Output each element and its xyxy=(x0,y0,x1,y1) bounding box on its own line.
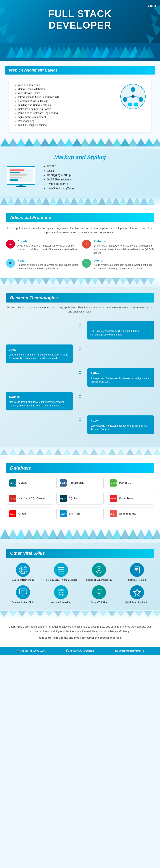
postgresql-card: PgSQL PostgreSQL xyxy=(56,477,104,489)
list-item: Software Engineering Basics xyxy=(18,107,116,111)
nodejs-item: NodeJS NodeJS is itself just a JavaScrip… xyxy=(6,392,154,411)
svg-marker-161 xyxy=(8,529,18,539)
footer-description: LearnAtRISE provides a platform for budd… xyxy=(8,625,152,633)
svg-marker-62 xyxy=(96,138,106,147)
svg-marker-217 xyxy=(0,611,8,617)
ember-name: Ember.js xyxy=(94,240,154,243)
svg-marker-179 xyxy=(152,529,160,539)
svg-text:IGN: IGN xyxy=(110,513,114,515)
svg-marker-92 xyxy=(84,197,92,205)
svg-text:Couch: Couch xyxy=(110,498,116,500)
footer-email: Email: info@learnatrise.in xyxy=(115,649,144,652)
svg-marker-175 xyxy=(120,529,130,539)
hosting-skill: Hosting / Server Administration xyxy=(44,563,78,581)
svg-marker-109 xyxy=(49,278,57,285)
python-name: Python xyxy=(90,371,151,376)
software-testing-skill: Software Testing xyxy=(120,563,154,581)
svg-line-215 xyxy=(101,590,102,590)
svg-rect-72 xyxy=(10,169,24,171)
svg-marker-99 xyxy=(133,197,141,205)
oracle-card: Oracle Oracle xyxy=(6,507,53,520)
email-icon xyxy=(115,649,117,652)
sqlite-name: SQLite xyxy=(69,497,77,500)
web-basics-list: Web Fundamentals Using Git to Collaborat… xyxy=(14,84,116,127)
footer-cta: Join LearnAtRISE today and give your car… xyxy=(8,636,152,640)
version-control-label: Version Controlling xyxy=(51,601,71,603)
mssql-card: MSSQL Microsoft SQL Server xyxy=(6,492,53,504)
header: rise FULL STACK DEVELOPER xyxy=(0,0,160,43)
svg-marker-168 xyxy=(64,529,74,539)
svg-marker-133 xyxy=(81,449,89,455)
svg-marker-135 xyxy=(99,449,107,455)
svg-marker-98 xyxy=(126,197,134,205)
svg-marker-87 xyxy=(49,197,57,205)
svg-rect-73 xyxy=(10,172,20,173)
cybersecurity-icon xyxy=(92,563,106,577)
svg-marker-93 xyxy=(91,197,99,205)
vital-skills-row2: Communication Skills Version Controlling xyxy=(6,585,154,603)
svg-text:MySQL: MySQL xyxy=(10,482,17,485)
java-desc: Java is the most common language. It has… xyxy=(9,353,70,360)
svg-marker-162 xyxy=(16,529,26,539)
svg-marker-100 xyxy=(140,197,148,205)
svg-marker-232 xyxy=(135,611,143,617)
svg-marker-58 xyxy=(64,138,74,147)
quick-learning-skill: Quick Learning Ability xyxy=(120,585,154,603)
svg-marker-103 xyxy=(7,278,15,285)
version-control-skill: Version Controlling xyxy=(44,585,78,603)
cybersecurity-skill: Basics of Cyber Security xyxy=(82,563,116,581)
database-section: Database MySQL MySQL PgSQL PostgreSQL Mo… xyxy=(0,457,160,526)
sapase-name: SAP ASE xyxy=(69,512,80,515)
svg-marker-225 xyxy=(72,611,80,617)
frameworks-grid: A Angular Angular is a front-end framewo… xyxy=(6,240,154,270)
svg-marker-223 xyxy=(54,611,62,617)
svg-marker-57 xyxy=(56,138,66,147)
vue-icon: V xyxy=(82,259,91,268)
markup-title: Markup and Styling xyxy=(54,154,106,160)
svg-rect-76 xyxy=(10,177,22,178)
svg-marker-137 xyxy=(117,449,125,455)
svg-point-191 xyxy=(98,569,100,571)
ember-desc: Ember.js is a framework for SPAs, mobile… xyxy=(94,244,154,255)
svg-marker-69 xyxy=(152,138,160,147)
svg-marker-108 xyxy=(42,278,50,285)
svg-marker-130 xyxy=(54,449,62,455)
postgresql-logo: PgSQL xyxy=(60,479,67,487)
vital-skills-row1: Basics of Networking Hosting / Server Ad… xyxy=(6,563,154,581)
svg-marker-63 xyxy=(104,138,114,147)
cybersecurity-label: Basics of Cyber Security xyxy=(86,579,112,581)
svg-marker-221 xyxy=(36,611,44,617)
svg-marker-54 xyxy=(32,138,42,147)
svg-marker-61 xyxy=(88,138,98,147)
svg-marker-105 xyxy=(21,278,29,285)
svg-marker-106 xyxy=(28,278,36,285)
ember-card: E Ember.js Ember.js is a framework for S… xyxy=(82,240,154,255)
svg-rect-74 xyxy=(10,174,28,175)
svg-marker-115 xyxy=(91,278,99,285)
mongodb-logo: Mongo xyxy=(110,479,117,487)
svg-marker-97 xyxy=(119,197,127,205)
svg-marker-50 xyxy=(0,138,10,147)
react-icon: ⚛ xyxy=(6,259,15,268)
svg-marker-234 xyxy=(153,611,160,617)
svg-marker-125 xyxy=(9,449,17,455)
list-item: SOLID Design Principles xyxy=(18,123,116,126)
ignite-logo: IGN xyxy=(110,510,117,517)
nodejs-name: NodeJS xyxy=(9,395,70,399)
svg-marker-65 xyxy=(120,138,130,147)
markup-section: Markup and Styling HTML5 CSS3 xyxy=(0,149,160,196)
footer-call: 📞 Call Us: +91-89803-66266 xyxy=(16,649,46,652)
svg-rect-79 xyxy=(16,186,26,187)
design-thinking-icon xyxy=(92,585,106,599)
list-item: Elements of Visual Design xyxy=(18,99,116,102)
svg-marker-128 xyxy=(36,449,44,455)
hosting-label: Hosting / Server Administration xyxy=(45,579,78,581)
svg-marker-174 xyxy=(112,529,122,539)
vue-card: V Vue.js Vue.js employs a component-base… xyxy=(82,259,154,270)
svg-marker-224 xyxy=(63,611,71,617)
list-item: Agile Web Development xyxy=(18,116,116,119)
timeline-dot xyxy=(79,324,81,327)
backend-section: Backend Technologies Backend technologie… xyxy=(0,287,160,447)
svg-marker-132 xyxy=(72,449,80,455)
svg-marker-160 xyxy=(0,529,10,539)
